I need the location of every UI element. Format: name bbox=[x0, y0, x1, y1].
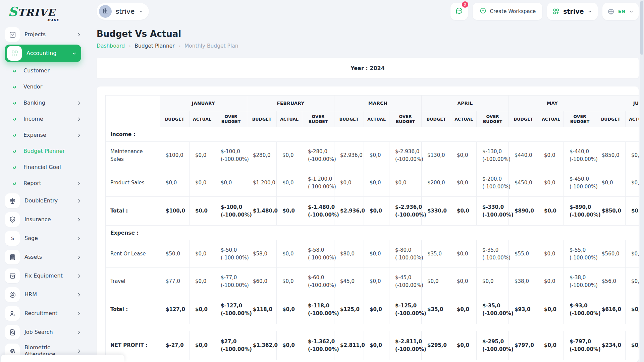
table-cell: $0,0 bbox=[190, 197, 215, 226]
table-cell: $330,0 bbox=[422, 197, 451, 226]
scrollbar-thumb[interactable] bbox=[640, 1, 643, 55]
table-cell: $35,0 bbox=[422, 240, 451, 268]
table-cell: $0,0 bbox=[538, 142, 564, 169]
table-cell: $-200,0(-100.00%) bbox=[477, 169, 509, 197]
sidebar-item-financial-goal[interactable]: Financial Goal bbox=[0, 159, 87, 175]
archive-box-icon bbox=[5, 268, 20, 283]
sidebar-item-assets[interactable]: Assets bbox=[0, 248, 87, 266]
messages-button[interactable]: 0 bbox=[450, 3, 468, 20]
chevron-right-icon bbox=[76, 181, 82, 186]
sidebar-item-expense[interactable]: Expense bbox=[0, 127, 87, 143]
table-cell: $0,0 bbox=[277, 142, 302, 169]
loader-dot-icon bbox=[12, 165, 16, 169]
table-cell: $1.200,0 bbox=[247, 169, 277, 197]
table-cell: $38,0 bbox=[509, 268, 538, 295]
sidebar-item-recruitment[interactable]: Recruitment bbox=[0, 304, 87, 323]
table-cell: $0,0 bbox=[451, 295, 477, 324]
table-cell: $0,0 bbox=[422, 268, 451, 295]
table-cell: $0,0 bbox=[190, 142, 215, 169]
grid-plus-icon bbox=[552, 8, 560, 15]
sidebar-item-report[interactable]: Report bbox=[0, 175, 87, 191]
topbar: strive 0 Create Workspace strive EN bbox=[97, 0, 639, 20]
sidebar-item-vendor[interactable]: Vendor bbox=[0, 79, 87, 95]
march-budget-header: BUDGET bbox=[334, 111, 364, 127]
sidebar-item-income[interactable]: Income bbox=[0, 111, 87, 127]
sidebar-item-banking[interactable]: Banking bbox=[0, 95, 87, 111]
table-cell: $2.936,0 bbox=[334, 142, 364, 169]
sage-s-icon: S bbox=[5, 231, 20, 246]
table-cell: $0,0 bbox=[451, 169, 477, 197]
sidebar-item-insurance[interactable]: Insurance bbox=[0, 210, 87, 229]
workspace-selector[interactable]: strive bbox=[97, 3, 149, 20]
chevron-right-icon bbox=[76, 292, 82, 298]
sidebar-item-budget-planner[interactable]: Budget Planner bbox=[0, 143, 87, 159]
table-cell: $1.480,0 bbox=[247, 197, 277, 226]
budget-table-card: JANUARYFEBRUARYMARCHAPRILMAYJUNEBUDGETAC… bbox=[97, 86, 639, 362]
april-actual-header: ACTUAL bbox=[451, 111, 477, 127]
table-cell: $280,0 bbox=[247, 142, 277, 169]
breadcrumb-separator: › bbox=[129, 44, 130, 49]
table-cell: $0,0 bbox=[190, 331, 215, 360]
table-cell: $125,0 bbox=[334, 295, 364, 324]
workspace-name: strive bbox=[116, 7, 135, 15]
month-header-february: FEBRUARY bbox=[247, 96, 334, 111]
table-corner-cell bbox=[106, 96, 160, 127]
table-cell: $0,0 bbox=[477, 268, 509, 295]
table-scroll-container[interactable]: JANUARYFEBRUARYMARCHAPRILMAYJUNEBUDGETAC… bbox=[105, 95, 639, 360]
chevron-right-icon bbox=[76, 100, 82, 106]
table-cell: $-2.811,0(-100.00%) bbox=[389, 331, 422, 360]
table-cell: $80,0 bbox=[334, 240, 364, 268]
sidebar-item-hrm[interactable]: HRM bbox=[0, 285, 87, 304]
document-search-icon bbox=[5, 325, 20, 340]
table-cell: $850,0 bbox=[596, 142, 626, 169]
table-cell: $130,0 bbox=[422, 142, 451, 169]
sidebar-item-job-search[interactable]: Job Search bbox=[0, 323, 87, 342]
table-row-travel: Travel$77,0$0,0$-77,0(-100.00%)$60,0$0,0… bbox=[106, 268, 639, 295]
table-cell: $0,0 bbox=[364, 268, 389, 295]
sidebar-item-label: Insurance bbox=[24, 216, 51, 223]
year-filter-card[interactable]: Year : 2024 bbox=[97, 58, 639, 78]
table-cell: $-38,0(-100.00%) bbox=[564, 268, 596, 295]
page-scrollbar[interactable] bbox=[640, 0, 644, 362]
language-selector[interactable]: EN bbox=[602, 3, 639, 20]
sidebar-item-accounting[interactable]: Accounting bbox=[5, 45, 81, 62]
sidebar-item-label: HRM bbox=[24, 291, 37, 298]
sidebar-item-doubleentry[interactable]: DoubleEntry bbox=[0, 191, 87, 210]
table-cell: $0,0 bbox=[626, 295, 639, 324]
brand-wordmark: STRIVE bbox=[8, 5, 87, 18]
sidebar-item-label: Financial Goal bbox=[23, 164, 61, 171]
table-cell: $-35,0(-100.00%) bbox=[477, 295, 509, 324]
table-cell: $450,0 bbox=[509, 169, 538, 197]
table-cell: $295,0 bbox=[422, 331, 451, 360]
loader-dot-icon bbox=[12, 85, 16, 89]
table-cell: $616,0 bbox=[596, 295, 626, 324]
chevron-right-icon bbox=[76, 116, 82, 122]
section-title: Income : bbox=[106, 127, 639, 142]
table-cell: $0,0 bbox=[451, 240, 477, 268]
table-cell: $0,0 bbox=[190, 240, 215, 268]
breadcrumb-budget-planner[interactable]: Budget Planner bbox=[135, 43, 174, 49]
table-cell: $560,0 bbox=[596, 240, 626, 268]
table-row-rent-or-lease: Rent Or Lease$50,0$0,0$-50,0(-100.00%)$5… bbox=[106, 240, 639, 268]
table-cell: $0,0 bbox=[626, 169, 639, 197]
breadcrumb-dashboard[interactable]: Dashboard bbox=[97, 43, 125, 49]
sidebar-item-sage[interactable]: SSage bbox=[0, 229, 87, 248]
table-cell: $-55,0(-100.00%) bbox=[564, 240, 596, 268]
row-label: Total : bbox=[106, 197, 160, 226]
month-header-april: APRIL bbox=[422, 96, 509, 111]
app-logo: STRIVE MAKE bbox=[0, 0, 87, 25]
messages-badge: 0 bbox=[462, 1, 468, 8]
sidebar-item-customer[interactable]: Customer bbox=[0, 63, 87, 79]
sidebar-item-fix-equipment[interactable]: Fix Equipment bbox=[0, 266, 87, 285]
table-cell: $0,0 bbox=[626, 240, 639, 268]
table-cell: $0,0 bbox=[538, 268, 564, 295]
create-workspace-button[interactable]: Create Workspace bbox=[473, 3, 543, 20]
sidebar-item-projects[interactable]: Projects bbox=[0, 25, 87, 44]
table-cell: $0,0 bbox=[538, 197, 564, 226]
chevron-right-icon bbox=[76, 273, 82, 279]
table-cell: $77,0 bbox=[160, 268, 190, 295]
table-cell: $60,0 bbox=[247, 268, 277, 295]
section-row: Expense : bbox=[106, 226, 639, 240]
workspace-switcher[interactable]: strive bbox=[547, 3, 598, 20]
building-icon bbox=[101, 7, 109, 16]
